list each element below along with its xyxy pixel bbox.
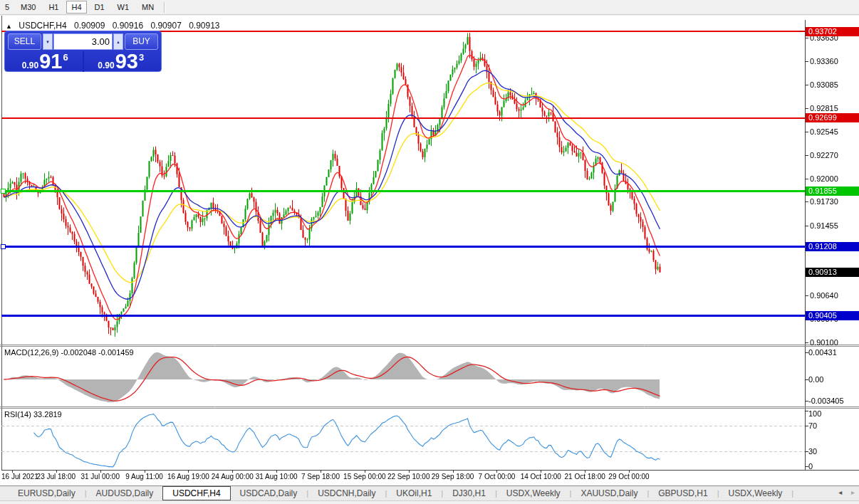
buy-price-prefix: 0.90 <box>98 61 114 70</box>
support-line-0912[interactable] <box>1 246 805 248</box>
open-value: 0.90909 <box>74 21 105 31</box>
line-price-label: 0.92699 <box>806 113 859 122</box>
tab-scroll-right-icon[interactable]: ▸ <box>851 488 855 496</box>
sell-price-pip: 6 <box>63 53 68 62</box>
line-drag-handle[interactable] <box>1 244 6 249</box>
price-tick: 0.92545 <box>810 127 838 136</box>
buy-price-display[interactable]: 0.90 93 3 <box>84 51 159 72</box>
time-label: 16 Aug 19:00 <box>167 473 209 481</box>
time-label: 16 Jul 2021 <box>1 473 38 481</box>
timeframe-d1-button[interactable]: D1 <box>90 1 110 14</box>
price-tick: 0.90640 <box>810 291 838 300</box>
high-value: 0.90916 <box>113 21 143 31</box>
line-drag-handle[interactable] <box>1 189 6 194</box>
time-label: 15 Sep 00:00 <box>343 473 386 481</box>
time-label: 22 Sep 10:00 <box>387 473 430 481</box>
line-price-label: 0.91855 <box>806 187 859 196</box>
trading-terminal-window: 5 M30 H1 H4 D1 W1 MN ▲ USDCHF,H4 0.90909… <box>0 0 859 504</box>
macd-values: -0.002048 -0.001459 <box>61 348 133 357</box>
line-price-label: 0.91208 <box>806 242 859 251</box>
tab-usdx-weekly[interactable]: USDX,Weekly <box>497 486 570 500</box>
timeframe-w1-button[interactable]: W1 <box>113 1 135 14</box>
sell-price-display[interactable]: 0.90 91 6 <box>8 51 83 72</box>
timeframe-toolbar: 5 M30 H1 H4 D1 W1 MN <box>0 0 859 15</box>
low-value: 0.90907 <box>150 21 181 31</box>
support-line-0904[interactable] <box>1 315 805 317</box>
tab-scroll-nav: ◂ ▸ <box>831 488 855 496</box>
volume-decrease-button[interactable]: ▼ <box>43 33 53 50</box>
toolbar-separator <box>164 2 165 13</box>
buy-price-pip: 3 <box>139 53 144 62</box>
line-price-label: 0.90405 <box>806 311 859 320</box>
sell-button[interactable]: SELL <box>8 33 41 50</box>
tab-eurusd-daily[interactable]: EURUSD,Daily <box>9 486 85 500</box>
macd-scale-tick: -0.003405 <box>808 397 844 405</box>
tab-audusd-daily[interactable]: AUDUSD,Daily <box>87 486 163 500</box>
price-tick: 0.93085 <box>810 80 838 89</box>
tab-separator: | <box>791 486 793 500</box>
one-click-trading-panel: SELL ▼ ▲ BUY 0.90 91 6 0.90 93 3 <box>4 31 162 72</box>
tab-usdcnh-daily[interactable]: USDCNH,Daily <box>308 486 385 500</box>
rsi-scale-tick: 30 <box>808 447 817 456</box>
line-price-label: 0.93702 <box>806 27 859 36</box>
tab-xauusd-daily[interactable]: XAUUSD,Daily <box>571 486 647 500</box>
chart-ohlc-header: ▲ USDCHF,H4 0.90909 0.90916 0.90907 0.90… <box>6 21 225 31</box>
rsi-scale-tick: 100 <box>808 409 821 418</box>
time-label: 7 Sep 18:00 <box>301 473 340 481</box>
timeframe-h4-button[interactable]: H4 <box>66 1 86 14</box>
chart-tab-bar: EURUSD,Daily | AUDUSD,Daily USDCHF,H4 US… <box>0 485 859 501</box>
price-tick: 0.92270 <box>810 151 838 159</box>
close-value: 0.90913 <box>189 21 219 31</box>
sell-price-big: 91 <box>39 51 62 72</box>
volume-spinner: ▼ ▲ <box>43 33 123 50</box>
sell-price-prefix: 0.90 <box>22 61 38 70</box>
current-price-label: 0.90913 <box>806 268 859 277</box>
tab-ukoil-h1[interactable]: UKOil,H1 <box>387 486 441 500</box>
resistance-line-0927[interactable] <box>1 117 805 119</box>
buy-button[interactable]: BUY <box>125 33 158 50</box>
rsi-value: 33.2819 <box>33 410 62 419</box>
price-tick: 0.92000 <box>810 174 838 183</box>
price-tick: 0.92815 <box>810 104 838 112</box>
macd-indicator-label: MACD(12,26,9) -0.002048 -0.001459 <box>4 348 134 357</box>
macd-scale-tick: 0.00431 <box>808 348 837 357</box>
rsi-indicator-label: RSI(14) 33.2819 <box>4 410 62 419</box>
rsi-scale-tick: 70 <box>808 421 817 430</box>
time-label: 24 Aug 00:00 <box>212 473 254 481</box>
tab-usdcad-daily[interactable]: USDCAD,Daily <box>231 486 307 500</box>
time-label: 31 Aug 10:00 <box>256 473 298 481</box>
tab-dj30-h1[interactable]: DJ30,H1 <box>443 486 495 500</box>
macd-scale-tick: 0.00 <box>808 375 823 384</box>
timeframe-m5-button[interactable]: 5 <box>1 1 13 14</box>
time-label: 23 Jul 18:00 <box>37 473 76 481</box>
buy-price-big: 93 <box>115 51 138 72</box>
price-tick: 0.93360 <box>810 57 838 65</box>
time-label: 29 Sep 18:00 <box>432 473 474 481</box>
time-label: 14 Oct 10:00 <box>521 473 561 481</box>
support-line-0918[interactable] <box>1 190 805 192</box>
timeframe-h1-button[interactable]: H1 <box>43 1 63 14</box>
symbol-period-label: USDCHF,H4 <box>19 21 66 31</box>
tab-usdx-weekly-2[interactable]: USDX,Weekly <box>719 486 792 500</box>
collapse-trade-panel-icon[interactable]: ▲ <box>6 23 12 30</box>
time-label: 7 Oct 00:00 <box>479 473 516 481</box>
volume-input[interactable] <box>53 33 113 50</box>
timeframe-m30-button[interactable]: M30 <box>16 1 41 14</box>
time-label: 21 Oct 18:00 <box>565 473 605 481</box>
tab-gbpusd-h1[interactable]: GBPUSD,H1 <box>649 486 717 500</box>
volume-increase-button[interactable]: ▲ <box>113 33 123 50</box>
tab-scroll-left-icon[interactable]: ◂ <box>838 488 842 496</box>
time-label: 29 Oct 00:00 <box>608 473 649 481</box>
tab-usdchf-h4[interactable]: USDCHF,H4 <box>162 486 230 500</box>
time-label: 9 Aug 11:00 <box>125 473 163 481</box>
chart-canvas[interactable] <box>0 0 859 504</box>
price-tick: 0.90100 <box>810 338 838 347</box>
price-tick: 0.91455 <box>810 221 838 230</box>
rsi-scale-tick: 0 <box>808 462 813 471</box>
time-label: 31 Jul 00:00 <box>80 473 120 481</box>
timeframe-mn-button[interactable]: MN <box>137 1 159 14</box>
price-tick: 0.91730 <box>810 197 838 206</box>
